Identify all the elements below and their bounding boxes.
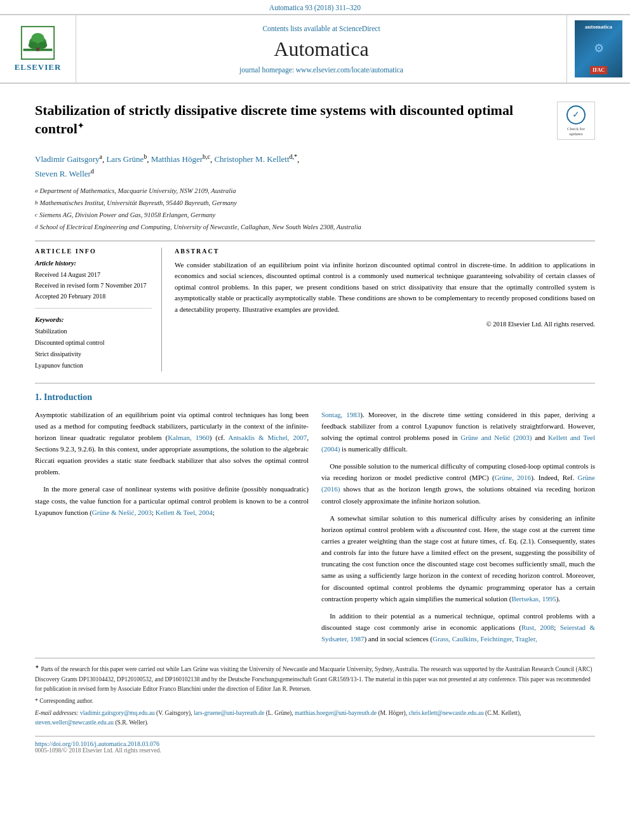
ref-grune-nesic[interactable]: Grüne & Nešić, 2003 (92, 509, 152, 516)
email-hoger[interactable]: matthias.hoeger@uni-bayreuth.de (295, 710, 377, 716)
journal-homepage-line: journal homepage: www.elsevier.com/locat… (89, 66, 554, 74)
cover-image-area: automatica ⚙ IFAC (566, 15, 630, 83)
affiliations: aDepartment of Mathematics, Macquarie Un… (35, 186, 595, 232)
ref-antsaklis[interactable]: Antsaklis & Michel, 2007 (228, 434, 307, 441)
affil-c: cSiemens AG, Division Power and Gas, 910… (35, 210, 595, 221)
journal-title-area: Contents lists available at ScienceDirec… (76, 15, 566, 83)
author-kellett: Christopher M. Kellett (214, 155, 289, 164)
author-gaitsgory: Vladimir Gaitsgory (35, 155, 99, 164)
elsevier-logo: ELSEVIER (15, 25, 62, 72)
doi-line: https://doi.org/10.1016/j.automatica.201… (35, 740, 595, 747)
sciencedirect-label: Contents lists available at ScienceDirec… (89, 25, 554, 32)
ref-rust[interactable]: Rust, 2008 (521, 623, 554, 631)
ref-grass[interactable]: Grass, Caulkins, Feichtinger, Tragler, (432, 635, 537, 643)
ref-grune-2016[interactable]: Grüne, 2016 (495, 474, 531, 481)
abstract-text: We consider stabilization of an equilibr… (175, 260, 595, 316)
history-label: Article history: (35, 260, 152, 267)
affil-b: bMathematisches Institut, Universität Ba… (35, 198, 595, 209)
introduction-section: 1. Introduction Asymptotic stabilization… (35, 392, 595, 651)
cover-title: automatica (585, 23, 612, 30)
intro-para-4: One possible solution to the numerical d… (321, 460, 595, 507)
author-weller: Steven R. Weller (35, 170, 91, 179)
footnote-star: ✦ Parts of the research for this paper w… (35, 663, 595, 694)
main-content: Stabilization of strictly dissipative di… (0, 84, 630, 766)
homepage-url[interactable]: www.elsevier.com/locate/automatica (296, 66, 403, 74)
title-star: ✦ (77, 121, 84, 130)
intro-col-left: Asymptotic stabilization of an equilibri… (35, 409, 309, 651)
top-bar: Automatica 93 (2018) 311–320 (0, 0, 630, 14)
check-updates-icon: ✓ (566, 105, 586, 124)
ref-bertsekas[interactable]: Bertsekas, 1995 (511, 595, 556, 603)
copyright-line: © 2018 Elsevier Ltd. All rights reserved… (175, 321, 595, 328)
ref-grune-nesic-2[interactable]: Grüne and Nešić (2003) (460, 434, 532, 441)
sciencedirect-link[interactable]: ScienceDirect (339, 25, 380, 32)
article-info-col: Article Info Article history: Received 1… (35, 248, 162, 371)
article-title-text: Stabilization of strictly dissipative di… (35, 102, 547, 145)
publisher-logo-area: ELSEVIER (0, 15, 76, 83)
intro-para-5: A somewhat similar solution to this nume… (321, 512, 595, 604)
doi-link[interactable]: https://doi.org/10.1016/j.automatica.201… (35, 740, 159, 747)
footnotes-area: ✦ Parts of the research for this paper w… (35, 658, 595, 728)
svg-rect-6 (36, 48, 40, 51)
intro-col-right: Sontag, 1983). Moreover, in the discrete… (321, 409, 595, 651)
elsevier-tree-icon (20, 25, 55, 60)
introduction-heading: 1. Introduction (35, 392, 595, 403)
section-divider (35, 383, 595, 383)
keywords-label: Keywords: (35, 316, 152, 323)
journal-reference: Automatica 93 (2018) 311–320 (269, 4, 361, 11)
footnote-emails: E-mail addresses: vladimir.gaitsgory@mq.… (35, 709, 595, 728)
journal-title: Automatica (89, 37, 554, 61)
keyword-1: Stabilization (35, 326, 152, 337)
elsevier-brand-text: ELSEVIER (15, 62, 62, 72)
received-date: Received 14 August 2017 (35, 269, 152, 280)
bottom-bar: https://doi.org/10.1016/j.automatica.201… (35, 736, 595, 754)
intro-para-6: In addition to their potential as a nume… (321, 610, 595, 644)
keyword-2: Discounted optimal control (35, 337, 152, 349)
ref-kalman[interactable]: Kalman, 1960 (168, 434, 209, 441)
journal-header: ELSEVIER Contents lists available at Sci… (0, 14, 630, 84)
intro-para-2: In the more general case of nonlinear sy… (35, 483, 309, 517)
affil-d: dSchool of Electrical Engineering and Co… (35, 222, 595, 233)
article-title-section: Stabilization of strictly dissipative di… (35, 102, 595, 145)
abstract-col: Abstract We consider stabilization of an… (175, 248, 595, 371)
author-grune: Lars Grüne (106, 155, 144, 164)
automatica-cover: automatica ⚙ IFAC (575, 20, 622, 77)
page: Automatica 93 (2018) 311–320 ELSE (0, 0, 630, 840)
revised-date: Received in revised form 7 November 2017 (35, 280, 152, 291)
article-title: Stabilization of strictly dissipative di… (35, 102, 547, 138)
ref-kellett-teel-2[interactable]: Kellett and Teel (2004) (321, 434, 595, 453)
footnote-corresponding: * Corresponding author. (35, 697, 595, 706)
abstract-label: Abstract (175, 248, 595, 255)
ref-grune-2016-2[interactable]: Grüne (2016) (321, 474, 595, 493)
ref-sontag[interactable]: Sontag, 1983 (321, 411, 360, 418)
issn-line: 0005-1098/© 2018 Elsevier Ltd. All right… (35, 747, 595, 754)
ref-kellett-teel[interactable]: Kellett & Teel, 2004 (156, 509, 213, 516)
ifac-badge: IFAC (590, 66, 607, 74)
affil-a: aDepartment of Mathematics, Macquarie Un… (35, 186, 595, 197)
check-updates-label: Check forupdates (567, 126, 585, 137)
check-for-updates: ✓ Check forupdates (557, 102, 595, 140)
email-grune[interactable]: lars-gruene@uni-bayreuth.de (194, 710, 264, 716)
keyword-3: Strict dissipativity (35, 349, 152, 360)
author-hoger: Matthias Höger (151, 155, 203, 164)
article-info-label: Article Info (35, 248, 152, 255)
email-weller[interactable]: steven.weller@newcastle.edu.au (35, 719, 114, 726)
introduction-body: Asymptotic stabilization of an equilibri… (35, 409, 595, 651)
keyword-4: Lyapunov function (35, 360, 152, 371)
article-info-abstract: Article Info Article history: Received 1… (35, 241, 595, 371)
email-kellett[interactable]: chris.kellett@newcastle.edu.au (408, 710, 483, 716)
intro-para-3: Sontag, 1983). Moreover, in the discrete… (321, 409, 595, 455)
email-gaitsgory[interactable]: vladimir.gaitsgory@mq.edu.au (80, 710, 155, 716)
accepted-date: Accepted 20 February 2018 (35, 291, 152, 302)
intro-para-1: Asymptotic stabilization of an equilibri… (35, 409, 309, 478)
authors-line: Vladimir Gaitsgorya, Lars Grüneb, Matthi… (35, 152, 595, 181)
